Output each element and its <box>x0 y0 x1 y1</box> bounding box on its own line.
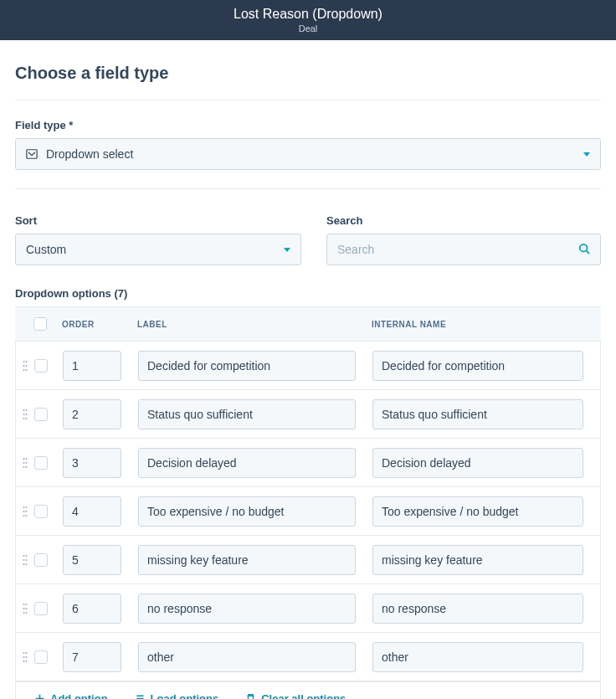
svg-point-27 <box>26 555 28 557</box>
svg-point-40 <box>23 656 25 658</box>
svg-point-2 <box>23 361 25 362</box>
clear-options-button[interactable]: Clear all options <box>245 692 346 699</box>
order-input[interactable] <box>63 448 121 478</box>
table-header: Order Label Internal Name <box>15 306 601 342</box>
svg-point-14 <box>23 458 25 460</box>
svg-point-33 <box>26 604 28 605</box>
row-checkbox[interactable] <box>34 505 48 518</box>
svg-point-6 <box>23 369 25 371</box>
clear-options-label: Clear all options <box>261 692 346 699</box>
svg-point-42 <box>23 660 25 662</box>
svg-point-38 <box>23 652 25 654</box>
row-checkbox[interactable] <box>34 650 48 664</box>
search-label: Search <box>326 214 601 227</box>
options-table <box>15 342 601 682</box>
plus-icon <box>34 693 45 699</box>
add-option-label: Add option <box>50 692 108 699</box>
table-row <box>16 487 600 536</box>
svg-rect-0 <box>27 150 37 159</box>
sort-select[interactable]: Custom <box>15 234 301 265</box>
drag-handle-icon[interactable] <box>16 506 34 517</box>
svg-point-7 <box>26 369 28 371</box>
drag-handle-icon[interactable] <box>16 457 34 469</box>
svg-point-29 <box>26 559 28 561</box>
options-heading: Dropdown options (7) <box>15 287 601 300</box>
svg-point-1 <box>580 244 588 251</box>
drag-handle-icon[interactable] <box>16 603 34 614</box>
header-subtitle: Deal <box>299 23 318 33</box>
order-input[interactable] <box>63 496 121 527</box>
row-checkbox[interactable] <box>34 359 48 373</box>
col-internal: Internal Name <box>372 320 446 329</box>
table-row <box>16 584 600 633</box>
field-type-label: Field type * <box>15 119 601 131</box>
internal-name-input[interactable] <box>372 399 583 429</box>
label-input[interactable] <box>138 594 356 624</box>
label-input[interactable] <box>138 448 356 478</box>
order-input[interactable] <box>63 351 121 381</box>
internal-name-input[interactable] <box>372 496 583 527</box>
search-input[interactable] <box>337 243 590 256</box>
internal-name-input[interactable] <box>372 642 583 672</box>
col-order: Order <box>62 320 95 329</box>
svg-point-37 <box>26 612 28 614</box>
label-input[interactable] <box>138 399 356 429</box>
svg-point-26 <box>23 555 25 557</box>
select-all-checkbox[interactable] <box>33 317 47 331</box>
label-input[interactable] <box>138 351 356 381</box>
row-checkbox[interactable] <box>34 408 48 421</box>
load-options-button[interactable]: Load options <box>135 692 219 699</box>
table-row <box>16 342 600 390</box>
svg-point-18 <box>23 466 25 468</box>
row-checkbox[interactable] <box>34 553 48 567</box>
search-field-wrap <box>326 234 601 265</box>
svg-point-3 <box>26 361 28 362</box>
chevron-down-icon <box>284 248 290 252</box>
load-options-label: Load options <box>151 692 219 699</box>
order-input[interactable] <box>63 399 121 429</box>
list-icon <box>135 693 146 699</box>
order-input[interactable] <box>63 594 121 624</box>
svg-point-23 <box>26 511 28 512</box>
page-header: Lost Reason (Dropdown) Deal <box>0 0 616 40</box>
row-checkbox[interactable] <box>34 456 48 470</box>
svg-point-34 <box>23 608 25 609</box>
section-title: Choose a field type <box>15 64 601 83</box>
svg-point-13 <box>26 418 28 419</box>
internal-name-input[interactable] <box>372 448 583 478</box>
label-input[interactable] <box>138 545 356 575</box>
divider <box>15 188 601 189</box>
svg-point-43 <box>26 660 28 662</box>
drag-handle-icon[interactable] <box>16 360 34 372</box>
add-option-button[interactable]: Add option <box>34 692 108 699</box>
internal-name-input[interactable] <box>372 545 583 575</box>
svg-point-5 <box>26 365 28 367</box>
svg-point-35 <box>26 608 28 609</box>
label-input[interactable] <box>138 496 356 527</box>
drag-handle-icon[interactable] <box>16 554 34 566</box>
order-input[interactable] <box>63 545 121 575</box>
svg-point-10 <box>23 414 25 415</box>
internal-name-input[interactable] <box>372 351 583 381</box>
svg-point-12 <box>23 418 25 419</box>
search-icon[interactable] <box>578 243 590 257</box>
svg-point-19 <box>26 466 28 468</box>
order-input[interactable] <box>63 642 121 672</box>
drag-handle-icon[interactable] <box>16 651 34 663</box>
table-row <box>16 536 600 584</box>
trash-icon <box>245 693 256 699</box>
svg-point-15 <box>26 458 28 460</box>
row-checkbox[interactable] <box>34 602 48 615</box>
svg-point-28 <box>23 559 25 561</box>
internal-name-input[interactable] <box>372 594 583 624</box>
dropdown-type-icon <box>26 148 38 160</box>
field-type-select[interactable]: Dropdown select <box>15 138 601 170</box>
label-input[interactable] <box>138 642 356 672</box>
sort-value: Custom <box>26 243 66 256</box>
svg-point-25 <box>26 515 28 517</box>
svg-point-32 <box>23 604 25 605</box>
svg-point-39 <box>26 652 28 654</box>
drag-handle-icon[interactable] <box>16 409 34 420</box>
svg-point-8 <box>23 409 25 411</box>
svg-point-9 <box>26 409 28 411</box>
